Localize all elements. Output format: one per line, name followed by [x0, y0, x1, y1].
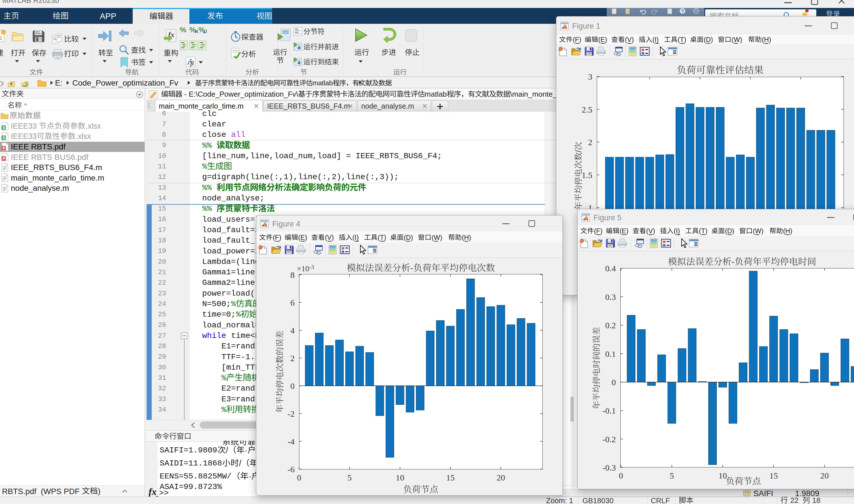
svg-text:/: /: [226, 445, 228, 454]
svg-text:·: ·: [245, 445, 248, 454]
svg-text:/: /: [574, 150, 583, 152]
svg-text:IEEE33: IEEE33: [11, 132, 37, 141]
svg-text:/: /: [239, 458, 242, 467]
svg-text:?: ?: [681, 9, 684, 15]
svg-text:P: P: [3, 146, 5, 150]
svg-text:·: ·: [249, 471, 251, 481]
svg-text:.xlsx: .xlsx: [76, 132, 91, 141]
svg-text:- E:\Code_Power_optimization_F: - E:\Code_Power_optimization_Fv\: [182, 90, 298, 98]
svg-text:.xlsx: .xlsx: [86, 122, 101, 130]
svg-text:fi: fi: [190, 60, 194, 67]
svg-text:22: 22: [788, 496, 803, 504]
svg-text:): ): [98, 487, 100, 496]
svg-text:%: %: [180, 25, 186, 34]
svg-text:18: 18: [810, 496, 821, 504]
svg-text:fx: fx: [148, 486, 157, 497]
svg-text:S: S: [3, 125, 5, 130]
svg-text:matlab: matlab: [425, 90, 447, 98]
svg-text:P: P: [3, 156, 5, 161]
svg-text:matlab: matlab: [313, 79, 333, 87]
svg-text:S: S: [3, 136, 5, 140]
svg-text:IEEE33: IEEE33: [11, 122, 39, 130]
